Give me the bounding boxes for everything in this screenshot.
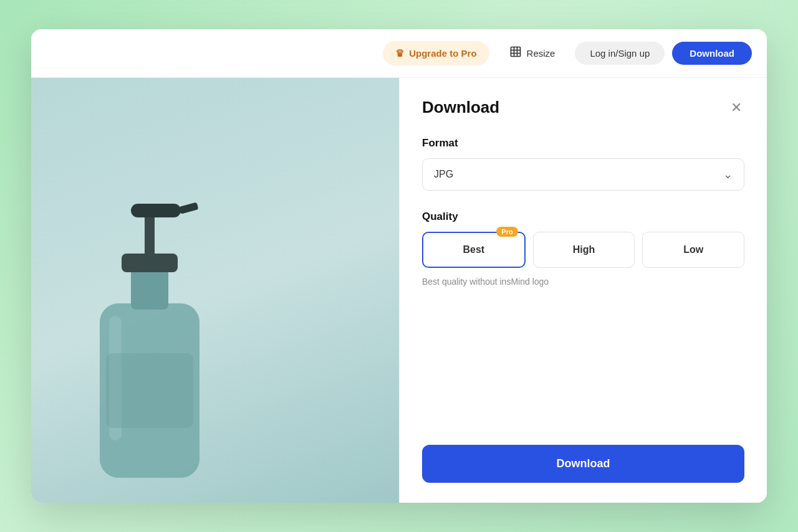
svg-rect-2: [131, 266, 168, 310]
resize-icon: [509, 45, 522, 61]
svg-rect-0: [511, 47, 520, 57]
main-content: Download ✕ Format JPG ⌄ Quality: [31, 78, 767, 503]
chevron-down-icon: ⌄: [723, 168, 733, 181]
format-dropdown-wrapper: JPG ⌄: [422, 158, 744, 191]
product-image: [69, 179, 243, 503]
crown-icon: ♛: [395, 47, 404, 59]
panel-title: Download: [422, 98, 499, 117]
format-value: JPG: [434, 169, 453, 180]
pro-badge: Pro: [496, 227, 517, 237]
toolbar: ♛ Upgrade to Pro Resize Log in/Sign up D…: [31, 29, 767, 78]
close-icon: ✕: [731, 100, 742, 115]
quality-section: Quality Pro Best High Low Best quality w…: [422, 211, 744, 306]
quality-best-button[interactable]: Pro Best: [422, 232, 526, 268]
quality-description: Best quality without insMind logo: [422, 277, 744, 287]
svg-rect-8: [106, 353, 193, 428]
close-button[interactable]: ✕: [728, 98, 744, 117]
quality-section-label: Quality: [422, 211, 744, 223]
spacer: [422, 306, 744, 445]
download-panel: Download ✕ Format JPG ⌄ Quality: [399, 78, 767, 503]
image-area: [31, 78, 399, 503]
quality-high-button[interactable]: High: [533, 232, 635, 268]
quality-options: Pro Best High Low: [422, 232, 744, 268]
upgrade-to-pro-button[interactable]: ♛ Upgrade to Pro: [383, 41, 489, 65]
format-section-label: Format: [422, 137, 744, 150]
quality-low-button[interactable]: Low: [642, 232, 744, 268]
app-container: ♛ Upgrade to Pro Resize Log in/Sign up D…: [31, 29, 767, 503]
format-dropdown[interactable]: JPG ⌄: [422, 158, 744, 191]
login-signup-button[interactable]: Log in/Sign up: [575, 42, 665, 65]
svg-rect-6: [178, 202, 198, 214]
download-panel-button[interactable]: Download: [422, 445, 744, 483]
format-section: Format JPG ⌄: [422, 137, 744, 211]
download-header-button[interactable]: Download: [672, 42, 752, 65]
resize-button[interactable]: Resize: [497, 39, 568, 67]
svg-rect-5: [131, 204, 181, 217]
panel-header: Download ✕: [422, 98, 744, 117]
